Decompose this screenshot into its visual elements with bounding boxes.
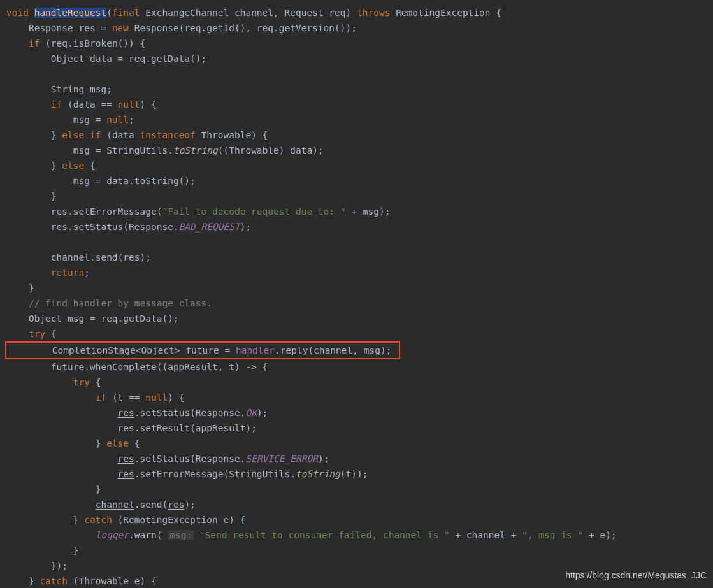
parameter-hint: msg: bbox=[168, 530, 194, 540]
selected-method-name: handleRequest bbox=[34, 8, 107, 18]
highlighted-line: CompletionStage<Object> future = handler… bbox=[5, 341, 400, 359]
watermark: https://blog.csdn.net/Megustas_JJC bbox=[565, 568, 707, 583]
code-block: void handleRequest(final ExchangeChannel… bbox=[0, 0, 713, 588]
